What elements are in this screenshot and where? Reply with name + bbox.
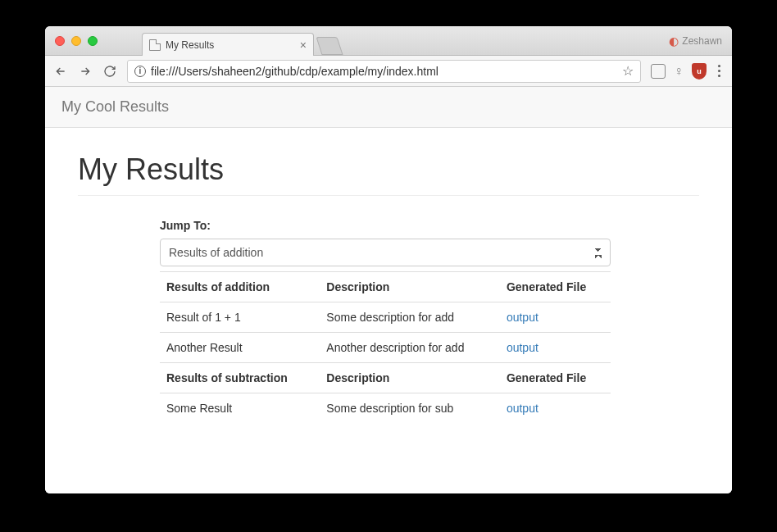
output-link[interactable]: output bbox=[507, 341, 538, 354]
back-button[interactable] bbox=[53, 64, 68, 79]
minimize-window-button[interactable] bbox=[71, 36, 81, 46]
col-header: Generated File bbox=[500, 363, 611, 393]
url-text: file:///Users/shaheen2/github/cdp/exampl… bbox=[151, 65, 617, 78]
table-row: Some Result Some description for sub out… bbox=[160, 393, 611, 424]
output-link[interactable]: output bbox=[507, 311, 538, 324]
extension-icon-1[interactable] bbox=[651, 64, 666, 79]
extension-icons: ♀ u bbox=[651, 63, 724, 80]
col-header: Generated File bbox=[500, 272, 611, 302]
profile-name: Zeshawn bbox=[682, 35, 722, 47]
jump-section: Jump To: Results of addition Results of … bbox=[160, 219, 611, 423]
results-table: Results of addition Description Generate… bbox=[160, 271, 611, 423]
result-desc: Some description for add bbox=[320, 302, 500, 333]
close-window-button[interactable] bbox=[55, 36, 65, 46]
extension-icon-2[interactable]: ♀ bbox=[674, 64, 684, 79]
ublock-icon[interactable]: u bbox=[692, 63, 707, 80]
page-title: My Results bbox=[78, 152, 699, 187]
col-header: Description bbox=[320, 363, 500, 393]
forward-button[interactable] bbox=[78, 64, 93, 79]
browser-window: My Results × ◐ Zeshawn i file:///Users/s… bbox=[45, 26, 732, 493]
reload-button[interactable] bbox=[102, 64, 117, 79]
divider bbox=[78, 195, 699, 196]
result-name: Result of 1 + 1 bbox=[160, 302, 320, 333]
table-row: Result of 1 + 1 Some description for add… bbox=[160, 302, 611, 333]
profile-icon: ◐ bbox=[669, 34, 679, 48]
new-tab-button[interactable] bbox=[316, 37, 343, 55]
window-controls bbox=[45, 36, 98, 46]
page-header-bar: My Cool Results bbox=[45, 87, 732, 128]
table-header-row: Results of subtraction Description Gener… bbox=[160, 363, 611, 393]
col-header: Results of addition bbox=[160, 272, 320, 302]
file-icon bbox=[149, 39, 161, 51]
tab-title: My Results bbox=[166, 39, 214, 51]
maximize-window-button[interactable] bbox=[88, 36, 98, 46]
output-link[interactable]: output bbox=[507, 402, 538, 415]
result-desc: Some description for sub bbox=[320, 393, 500, 424]
page-body: My Results Jump To: Results of addition … bbox=[45, 128, 732, 448]
page-content: My Cool Results My Results Jump To: Resu… bbox=[45, 87, 732, 493]
result-name: Some Result bbox=[160, 393, 320, 424]
jump-select[interactable]: Results of addition Results of subtracti… bbox=[160, 239, 611, 266]
table-row: Another Result Another description for a… bbox=[160, 333, 611, 363]
bookmark-star-icon[interactable]: ☆ bbox=[622, 63, 634, 79]
result-name: Another Result bbox=[160, 333, 320, 363]
col-header: Description bbox=[320, 272, 500, 302]
titlebar: My Results × ◐ Zeshawn bbox=[45, 26, 732, 56]
col-header: Results of subtraction bbox=[160, 363, 320, 393]
jump-label: Jump To: bbox=[160, 219, 611, 232]
address-bar[interactable]: i file:///Users/shaheen2/github/cdp/exam… bbox=[127, 60, 641, 83]
browser-tab-active[interactable]: My Results × bbox=[142, 33, 314, 56]
page-brand: My Cool Results bbox=[61, 98, 169, 115]
profile-area[interactable]: ◐ Zeshawn bbox=[669, 34, 732, 48]
site-info-icon[interactable]: i bbox=[134, 66, 146, 77]
result-desc: Another description for add bbox=[320, 333, 500, 363]
table-header-row: Results of addition Description Generate… bbox=[160, 272, 611, 302]
close-tab-icon[interactable]: × bbox=[300, 39, 307, 52]
toolbar: i file:///Users/shaheen2/github/cdp/exam… bbox=[45, 56, 732, 87]
browser-menu-button[interactable] bbox=[715, 65, 724, 77]
tab-strip: My Results × bbox=[142, 26, 340, 55]
